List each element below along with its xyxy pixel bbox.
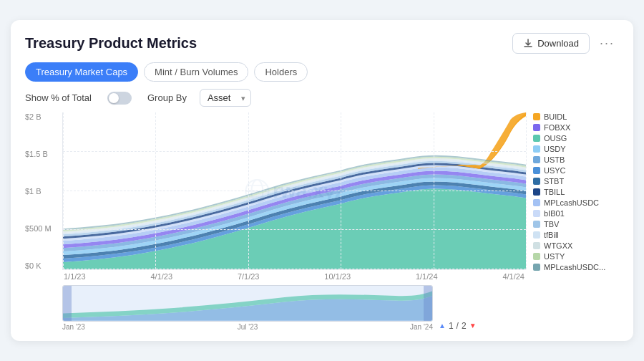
legend-label-FOBXX: FOBXX [544,123,570,132]
main-card: Treasury Product Metrics Download ··· Tr… [11,20,633,341]
minimap-y-spacer [25,285,62,331]
page-down-arrow[interactable]: ▼ [469,322,477,329]
download-icon [523,39,533,49]
legend-label-tfBill: tfBill [544,231,559,239]
vert-line-3 [341,112,341,269]
minimap-container: Jan '23 Jul '23 Jan '24 ▲ 1 / 2 ▼ [25,285,526,331]
legend-label-bIB01: bIB01 [544,209,565,218]
pagination: ▲ 1 / 2 ▼ [439,321,477,331]
minimap-x-axis: Jan '23 Jul '23 Jan '24 [62,322,433,331]
legend-item-USTB: USTB [533,155,619,164]
minimap-spacer-right: ▲ 1 / 2 ▼ [433,285,526,331]
page-title: Treasury Product Metrics [25,35,197,52]
tab-treasury-market-caps[interactable]: Treasury Market Caps [25,62,138,82]
vert-line-5 [526,112,527,269]
legend-item-WTGXX: WTGXX [533,241,619,250]
chart-and-x: rwa.xyz 1/1/23 4/1/23 7/1/23 10/1/23 1/1… [62,112,526,281]
vert-line-2 [248,112,249,269]
legend-item-USDY: USDY [533,145,619,153]
show-percent-toggle[interactable] [107,92,132,105]
legend-label-TBV: TBV [544,220,559,228]
minimap-chart[interactable] [62,285,433,322]
y-axis: $0 K $500 M $1 B $1.5 B $2 B [25,112,62,270]
legend-label-USYC: USYC [544,166,566,175]
legend-dot-STBT [533,178,540,185]
legend-item-TBILL: TBILL [533,188,619,196]
page-total: 2 [462,321,467,331]
group-by-select[interactable]: Asset Issuer Chain [200,89,251,107]
legend: BUIDLFOBXXOUSGUSDYUSTBUSYCSTBTTBILLMPLca… [526,112,619,331]
legend-item-USTY: USTY [533,252,619,261]
minimap-handle-left[interactable] [63,286,72,321]
legend-item-OUSG: OUSG [533,134,619,143]
legend-dot-TBV [533,221,540,228]
show-percent-label: Show % of Total [25,92,92,103]
grid-line-3 [63,151,526,152]
group-by-label: Group By [147,92,187,103]
chart-area: $0 K $500 M $1 B $1.5 B $2 B [25,112,619,331]
vert-line-1 [155,112,156,269]
controls-row: Show % of Total Group By Asset Issuer Ch… [25,89,619,107]
legend-dot-bIB01 [533,210,540,217]
legend-dot-TBILL [533,188,540,196]
legend-item-BUIDL: BUIDL [533,112,619,121]
page-up-arrow[interactable]: ▲ [439,322,446,329]
legend-label-USTY: USTY [544,252,565,261]
tab-mint-burn-volumes[interactable]: Mint / Burn Volumes [144,62,248,82]
legend-label-MPLcashUSDC2: MPLcashUSDC... [544,263,605,271]
header-row: Treasury Product Metrics Download ··· [25,33,619,54]
chart-left: $0 K $500 M $1 B $1.5 B $2 B [25,112,526,331]
main-chart-container: $0 K $500 M $1 B $1.5 B $2 B [25,112,526,281]
legend-dot-FOBXX [533,124,540,131]
grid-line-0 [63,269,526,269]
legend-dot-USTB [533,156,540,163]
vert-line-0 [63,112,64,269]
legend-label-BUIDL: BUIDL [544,112,567,121]
legend-item-TBV: TBV [533,220,619,228]
legend-dot-USTY [533,253,540,260]
minimap-selected-range [72,286,424,321]
legend-dot-tfBill [533,231,540,239]
legend-item-MPLcashUSDC: MPLcashUSDC [533,198,619,207]
main-chart[interactable]: rwa.xyz [62,112,526,270]
more-options-button[interactable]: ··· [595,33,619,54]
page-current: 1 [449,321,454,331]
legend-item-USYC: USYC [533,166,619,175]
legend-item-tfBill: tfBill [533,231,619,239]
x-axis: 1/1/23 4/1/23 7/1/23 10/1/23 1/1/24 4/1/… [62,270,526,281]
legend-label-WTGXX: WTGXX [544,241,572,250]
legend-dot-USYC [533,167,540,174]
group-by-wrapper: Asset Issuer Chain [200,89,251,107]
header-actions: Download ··· [512,33,619,54]
grid-line-1 [63,229,526,230]
area-chart-svg [63,112,526,269]
grid-line-2 [63,191,526,191]
tab-holders[interactable]: Holders [254,62,308,82]
legend-dot-WTGXX [533,242,540,249]
legend-label-MPLcashUSDC: MPLcashUSDC [544,198,599,207]
page-separator: / [457,321,459,331]
legend-item-STBT: STBT [533,177,619,186]
legend-label-USTB: USTB [544,155,565,164]
tabs-row: Treasury Market Caps Mint / Burn Volumes… [25,62,619,82]
legend-dot-BUIDL [533,113,540,120]
download-button[interactable]: Download [512,33,590,54]
legend-dot-USDY [533,145,540,153]
legend-label-TBILL: TBILL [544,188,565,196]
legend-dot-MPLcashUSDC [533,199,540,206]
legend-item-FOBXX: FOBXX [533,123,619,132]
vert-line-4 [434,112,434,269]
legend-label-STBT: STBT [544,177,564,186]
legend-dot-MPLcashUSDC2 [533,264,540,271]
legend-item-bIB01: bIB01 [533,209,619,218]
legend-label-OUSG: OUSG [544,134,567,143]
legend-item-MPLcashUSDC2: MPLcashUSDC... [533,263,619,271]
legend-dot-OUSG [533,135,540,142]
minimap-wrapper: Jan '23 Jul '23 Jan '24 [62,285,433,331]
legend-label-USDY: USDY [544,145,566,153]
minimap-handle-right[interactable] [424,286,432,321]
